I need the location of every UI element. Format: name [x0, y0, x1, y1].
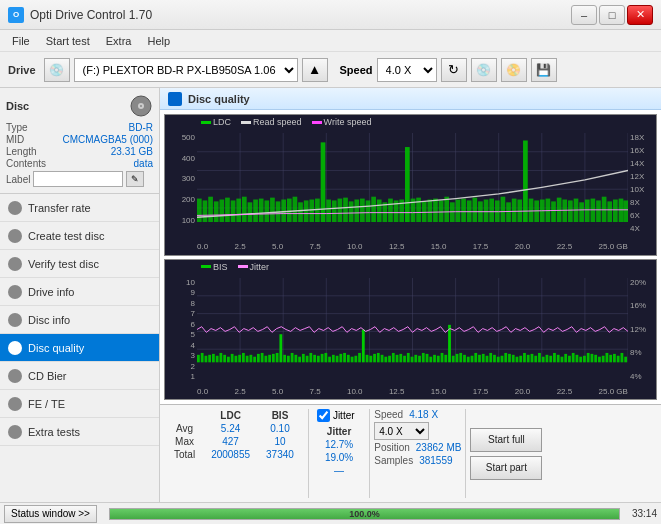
svg-rect-159 [381, 354, 384, 361]
svg-rect-174 [437, 355, 440, 362]
sidebar-item-drive-info[interactable]: Drive info [0, 278, 159, 306]
drive-info-label: Drive info [28, 286, 74, 298]
drive-action-button[interactable]: ▲ [302, 58, 328, 82]
svg-rect-137 [298, 356, 301, 362]
svg-rect-155 [366, 354, 369, 361]
svg-rect-172 [429, 356, 432, 362]
time-display: 33:14 [632, 508, 657, 519]
minimize-button[interactable]: – [571, 5, 597, 25]
svg-rect-72 [501, 197, 506, 222]
svg-rect-143 [321, 353, 324, 361]
chart2: BIS Jitter 10 9 8 7 6 5 4 3 [164, 259, 657, 401]
label-input[interactable] [33, 171, 123, 187]
disc-icon-btn1[interactable]: 💿 [471, 58, 497, 82]
svg-rect-60 [433, 199, 438, 222]
sidebar-item-verify-test-disc[interactable]: Verify test disc [0, 250, 159, 278]
y2r-8: 8% [630, 348, 642, 357]
y2r-4: 4% [630, 372, 642, 381]
speed-select-row: 4.0 X [374, 422, 461, 440]
window-controls: – □ ✕ [571, 5, 653, 25]
menu-extra[interactable]: Extra [98, 33, 140, 49]
mid-label: MID [6, 134, 24, 145]
svg-rect-28 [253, 200, 258, 222]
disc-type-row: Type BD-R [6, 122, 153, 133]
chart1-x-axis: 0.0 2.5 5.0 7.5 10.0 12.5 15.0 17.5 20.0… [197, 239, 628, 255]
svg-rect-126 [257, 353, 260, 361]
svg-point-2 [140, 105, 142, 107]
svg-rect-131 [276, 352, 279, 361]
disc-icon-btn2[interactable]: 📀 [501, 58, 527, 82]
cd-bier-label: CD Bier [28, 370, 67, 382]
svg-rect-218 [602, 355, 605, 362]
app-icon: O [8, 7, 24, 23]
app-title: Opti Drive Control 1.70 [30, 8, 152, 22]
svg-rect-175 [441, 352, 444, 361]
x2-25: 25.0 GB [599, 387, 628, 396]
speed-select[interactable]: 4.0 X [377, 58, 437, 82]
close-button[interactable]: ✕ [627, 5, 653, 25]
speed-refresh-icon[interactable]: ↻ [441, 58, 467, 82]
sidebar-item-fe-te[interactable]: FE / TE [0, 390, 159, 418]
svg-rect-170 [422, 352, 425, 361]
svg-rect-219 [606, 352, 609, 361]
jitter-checkbox[interactable] [317, 409, 330, 422]
max-label: Max [166, 435, 203, 448]
svg-rect-217 [598, 356, 601, 362]
svg-rect-180 [459, 352, 462, 361]
progress-text: 100.0% [110, 509, 619, 519]
sidebar-item-create-test-disc[interactable]: Create test disc [0, 222, 159, 250]
chart1-y-axis-right: 18X 16X 14X 12X 10X 8X 6X 4X [628, 133, 656, 237]
start-part-button[interactable]: Start part [470, 456, 542, 480]
sidebar-item-cd-bier[interactable]: CD Bier [0, 362, 159, 390]
y2-8: 8 [191, 299, 195, 308]
y2-4: 4 [191, 341, 195, 350]
sidebar-item-transfer-rate[interactable]: Transfer rate [0, 194, 159, 222]
label-edit-btn[interactable]: ✎ [126, 171, 144, 187]
length-value: 23.31 GB [111, 146, 153, 157]
svg-rect-148 [339, 353, 342, 361]
disc-length-row: Length 23.31 GB [6, 146, 153, 157]
y1-label-400: 400 [182, 154, 195, 163]
chart2-x-axis: 0.0 2.5 5.0 7.5 10.0 12.5 15.0 17.5 20.0… [197, 383, 628, 399]
disc-quality-title: Disc quality [188, 93, 250, 105]
total-label: Total [166, 448, 203, 461]
jitter-col-header: Jitter [317, 425, 361, 438]
sidebar-item-disc-info[interactable]: Disc info [0, 306, 159, 334]
menu-file[interactable]: File [4, 33, 38, 49]
drive-select[interactable]: (F:) PLEXTOR BD-R PX-LB950SA 1.06 [74, 58, 298, 82]
sidebar-item-extra-tests[interactable]: Extra tests [0, 418, 159, 446]
x2-0: 0.0 [197, 387, 208, 396]
svg-rect-140 [309, 352, 312, 361]
contents-label: Contents [6, 158, 46, 169]
menu-start-test[interactable]: Start test [38, 33, 98, 49]
svg-rect-86 [579, 202, 584, 222]
svg-rect-198 [527, 354, 530, 361]
x1-2.5: 2.5 [234, 242, 245, 251]
y1-label-500: 500 [182, 133, 195, 142]
svg-rect-187 [486, 355, 489, 362]
svg-rect-47 [360, 199, 365, 222]
y2-9: 9 [191, 288, 195, 297]
svg-rect-20 [208, 197, 213, 222]
start-full-button[interactable]: Start full [470, 428, 542, 452]
total-ldc: 2000855 [203, 448, 258, 461]
jitter-total-row: — [317, 464, 361, 477]
svg-rect-204 [549, 355, 552, 362]
status-window-button[interactable]: Status window >> [4, 505, 97, 523]
bottom-stats: LDC BIS Avg 5.24 0.10 Max 427 [160, 404, 661, 502]
sidebar-item-disc-quality[interactable]: Disc quality [0, 334, 159, 362]
svg-rect-81 [551, 201, 556, 222]
svg-rect-21 [214, 201, 219, 222]
svg-rect-166 [407, 352, 410, 361]
svg-rect-211 [576, 354, 579, 361]
menu-help[interactable]: Help [139, 33, 178, 49]
position-label: Position [374, 442, 410, 453]
maximize-button[interactable]: □ [599, 5, 625, 25]
svg-rect-191 [501, 355, 504, 362]
svg-rect-158 [377, 352, 380, 361]
svg-rect-33 [281, 200, 286, 222]
save-icon[interactable]: 💾 [531, 58, 557, 82]
svg-rect-117 [223, 354, 226, 361]
test-speed-select[interactable]: 4.0 X [374, 422, 429, 440]
drive-eject-icon[interactable]: 💿 [44, 58, 70, 82]
